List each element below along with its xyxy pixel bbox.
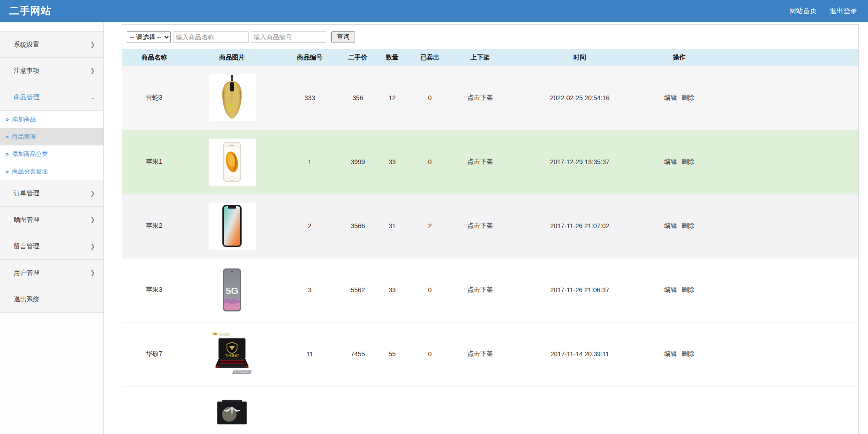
sidebar-item-label: 商品管理 (14, 84, 39, 110)
chevron-right-icon: ❯ (90, 58, 95, 84)
nav-site-home-link[interactable]: 网站首页 (789, 7, 817, 16)
goods-price: 5562 (342, 258, 374, 322)
laptop-gpu-tag: NV GTX独显显卡 (234, 371, 251, 374)
sidebar-item-label: 用户管理 (14, 260, 39, 286)
edit-link[interactable]: 编辑 (664, 286, 677, 293)
submenu-item-label: 添加商品 (12, 116, 36, 123)
submenu-item-label: 添加商品分类 (12, 150, 48, 157)
sidebar-item-users[interactable]: 用户管理 ❯ (0, 260, 103, 286)
sidebar-item-messages[interactable]: 留言管理 ❯ (0, 233, 103, 260)
delete-link[interactable]: 删除 (681, 158, 694, 165)
goods-name-input[interactable] (173, 32, 248, 43)
sidebar-item-photos[interactable]: 晒图管理 ❯ (0, 207, 103, 233)
laptop-corner-brand: 飞行堡垒 (219, 333, 230, 336)
search-bar: -- 请选择 -- 查询 (122, 25, 858, 49)
goods-price: 3566 (342, 194, 374, 258)
sidebar-item-notes[interactable]: 注意事项 ❯ (0, 58, 103, 84)
goods-time: 2017-12-29 13:35:37 (511, 130, 648, 194)
submenu-item-add-category[interactable]: »添加商品分类 (0, 145, 103, 163)
goods-image-cell (209, 74, 256, 121)
goods-name: 华硕7 (122, 322, 186, 386)
sidebar-item-label: 订单管理 (14, 180, 39, 206)
sidebar-item-exit-system[interactable]: 退出系统 (0, 286, 103, 313)
goods-code: 333 (278, 66, 342, 130)
phone-screen-text: 5G (226, 285, 238, 296)
goods-qty: 12 (374, 66, 410, 130)
col-image: 商品图片 (186, 49, 278, 66)
col-actions: 操作 (648, 49, 710, 66)
edit-link[interactable]: 编辑 (664, 222, 677, 229)
sidebar-item-label: 系统设置 (14, 32, 39, 58)
col-code: 商品编号 (278, 49, 342, 66)
goods-image-cell: 飞行堡垒 飞行堡垒7 (209, 331, 256, 378)
shelf-toggle-link[interactable]: 点击下架 (468, 286, 493, 293)
goods-name: 苹果2 (122, 194, 186, 258)
goods-name: 雷蛇3 (122, 66, 186, 130)
goods-image-cell (209, 203, 256, 250)
app-title: 二手网站 (9, 4, 51, 18)
gold-razer-mouse-image (209, 75, 255, 121)
goods-time: 2017-11-26 21:06:37 (511, 258, 648, 322)
category-select[interactable]: -- 请选择 -- (127, 31, 171, 43)
goods-image-cell (209, 390, 256, 434)
table-row: 苹果3 (122, 258, 858, 322)
delete-link[interactable]: 删除 (681, 222, 694, 229)
double-angle-icon: » (5, 133, 9, 140)
chevron-right-icon: ❯ (90, 233, 95, 259)
goods-time: 2017-11-14 20:39:11 (511, 322, 648, 386)
shelf-toggle-link[interactable]: 点击下架 (468, 158, 493, 165)
sidebar-item-goods-management[interactable]: 商品管理 ⌄ (0, 84, 103, 111)
goods-code: 11 (278, 322, 342, 386)
goods-qty: 33 (374, 130, 410, 194)
submenu-item-label: 商品管理 (12, 133, 36, 140)
gold-iphone-image (209, 139, 255, 185)
chevron-right-icon: ❯ (90, 32, 95, 58)
goods-qty: 33 (374, 258, 410, 322)
sidebar-item-label: 退出系统 (14, 286, 39, 312)
goods-price: 356 (342, 66, 374, 130)
shelf-toggle-link[interactable]: 点击下架 (468, 94, 493, 101)
nav-logout-link[interactable]: 退出登录 (830, 7, 857, 16)
goods-code-input[interactable] (251, 32, 326, 43)
submenu-item-add-goods[interactable]: »添加商品 (0, 111, 103, 128)
edit-link[interactable]: 编辑 (664, 350, 677, 357)
query-button[interactable]: 查询 (331, 31, 355, 43)
goods-table: 商品名称 商品图片 商品编号 二手价 数量 已卖出 上下架 时间 操作 雷蛇3 (122, 49, 858, 434)
table-row: 华硕7 飞行堡垒 飞行堡垒7 (122, 322, 858, 386)
goods-submenu: »添加商品 »商品管理 »添加商品分类 »商品分类管理 (0, 111, 103, 180)
edit-link[interactable]: 编辑 (664, 94, 677, 101)
col-name: 商品名称 (122, 49, 186, 66)
header-nav: 网站首页 退出登录 (789, 7, 857, 16)
table-row: 苹果2 (122, 194, 858, 258)
sidebar-item-system-settings[interactable]: 系统设置 ❯ (0, 31, 103, 58)
delete-link[interactable]: 删除 (681, 350, 694, 357)
chevron-right-icon: ❯ (90, 260, 95, 286)
goods-name: 苹果1 (122, 130, 186, 194)
sidebar-item-label: 留言管理 (14, 233, 39, 259)
sidebar-item-orders[interactable]: 订单管理 ❯ (0, 180, 103, 207)
goods-image-cell (209, 139, 256, 186)
submenu-item-goods-management[interactable]: »商品管理 (0, 128, 103, 145)
delete-link[interactable]: 删除 (681, 286, 694, 293)
app-header: 二手网站 网站首页 退出登录 (0, 0, 868, 22)
shelf-toggle-link[interactable]: 点击下架 (468, 222, 493, 229)
table-header-row: 商品名称 商品图片 商品编号 二手价 数量 已卖出 上下架 时间 操作 (122, 49, 858, 66)
shelf-toggle-link[interactable]: 点击下架 (468, 350, 493, 357)
double-angle-icon: » (5, 150, 9, 157)
goods-sold: 2 (410, 194, 449, 258)
goods-time: 2022-02-25 20:54:16 (511, 66, 648, 130)
submenu-item-label: 商品分类管理 (12, 168, 48, 175)
main-content: 商品列表 -- 请选择 -- 查询 商品名称 商品图片 商品编号 (104, 0, 868, 434)
chevron-right-icon: ❯ (90, 207, 95, 233)
goods-code: 2 (278, 194, 342, 258)
table-row-partial (122, 386, 858, 434)
delete-link[interactable]: 删除 (681, 94, 694, 101)
dark-gaming-laptop-image (209, 391, 255, 434)
goods-sold: 0 (410, 258, 449, 322)
col-qty: 数量 (374, 49, 410, 66)
goods-code: 3 (278, 258, 342, 322)
submenu-item-category-management[interactable]: »商品分类管理 (0, 163, 103, 180)
sidebar-item-label: 注意事项 (14, 58, 39, 84)
edit-link[interactable]: 编辑 (664, 158, 677, 165)
double-angle-icon: » (5, 168, 9, 175)
